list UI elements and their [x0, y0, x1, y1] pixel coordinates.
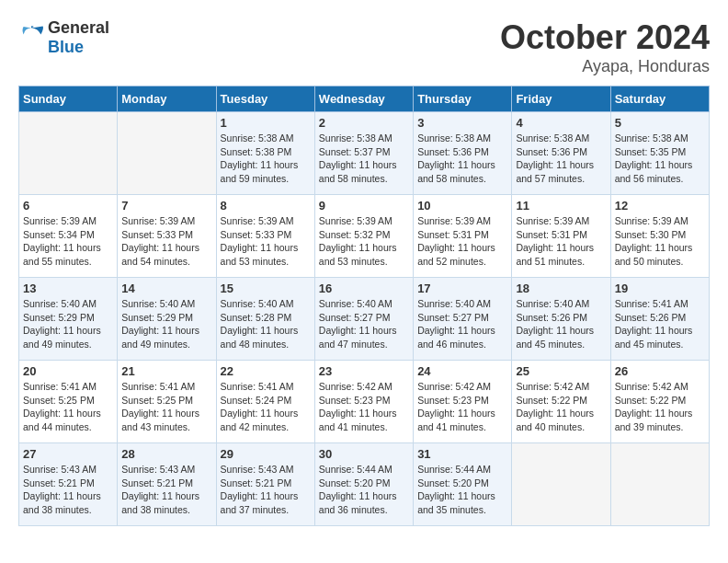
day-number: 29: [221, 447, 311, 461]
calendar-cell: [512, 443, 610, 526]
title-block: October 2024 Ayapa, Honduras: [500, 18, 710, 76]
weekday-header-tuesday: Tuesday: [216, 86, 314, 112]
calendar-week-row: 27Sunrise: 5:43 AMSunset: 5:21 PMDayligh…: [19, 443, 710, 526]
weekday-header-sunday: Sunday: [19, 86, 118, 112]
day-info: Sunrise: 5:38 AMSunset: 5:35 PMDaylight:…: [615, 132, 705, 186]
page-header: General Blue October 2024 Ayapa, Hondura…: [18, 18, 710, 76]
day-info: Sunrise: 5:41 AMSunset: 5:25 PMDaylight:…: [121, 380, 211, 434]
day-number: 1: [221, 116, 311, 130]
day-info: Sunrise: 5:43 AMSunset: 5:21 PMDaylight:…: [121, 463, 211, 517]
day-number: 3: [417, 116, 507, 130]
calendar-cell: 18Sunrise: 5:40 AMSunset: 5:26 PMDayligh…: [512, 278, 610, 361]
day-number: 6: [23, 199, 113, 213]
calendar-cell: 6Sunrise: 5:39 AMSunset: 5:34 PMDaylight…: [19, 195, 118, 278]
day-info: Sunrise: 5:39 AMSunset: 5:31 PMDaylight:…: [417, 214, 507, 269]
calendar-cell: 25Sunrise: 5:42 AMSunset: 5:22 PMDayligh…: [512, 361, 610, 443]
day-number: 16: [319, 282, 409, 295]
calendar-week-row: 20Sunrise: 5:41 AMSunset: 5:25 PMDayligh…: [19, 361, 710, 443]
calendar-cell: 13Sunrise: 5:40 AMSunset: 5:29 PMDayligh…: [19, 278, 118, 361]
calendar-cell: 24Sunrise: 5:42 AMSunset: 5:23 PMDayligh…: [414, 361, 512, 443]
day-info: Sunrise: 5:40 AMSunset: 5:29 PMDaylight:…: [23, 297, 113, 351]
calendar-cell: 29Sunrise: 5:43 AMSunset: 5:21 PMDayligh…: [216, 443, 314, 526]
weekday-header-monday: Monday: [118, 86, 216, 112]
calendar-table: SundayMondayTuesdayWednesdayThursdayFrid…: [18, 86, 710, 526]
weekday-header-thursday: Thursday: [414, 86, 512, 112]
day-number: 17: [417, 282, 507, 295]
day-number: 21: [121, 364, 211, 378]
calendar-week-row: 1Sunrise: 5:38 AMSunset: 5:38 PMDaylight…: [19, 112, 710, 195]
calendar-cell: [610, 443, 709, 526]
day-number: 19: [615, 282, 705, 295]
calendar-cell: 30Sunrise: 5:44 AMSunset: 5:20 PMDayligh…: [314, 443, 413, 526]
day-number: 18: [516, 282, 606, 295]
day-number: 12: [615, 199, 705, 213]
day-number: 2: [319, 116, 409, 130]
calendar-cell: 20Sunrise: 5:41 AMSunset: 5:25 PMDayligh…: [19, 361, 118, 443]
calendar-cell: 3Sunrise: 5:38 AMSunset: 5:36 PMDaylight…: [414, 112, 512, 195]
calendar-cell: 11Sunrise: 5:39 AMSunset: 5:31 PMDayligh…: [512, 195, 610, 278]
day-number: 7: [121, 199, 211, 213]
day-number: 24: [417, 364, 507, 378]
day-info: Sunrise: 5:40 AMSunset: 5:27 PMDaylight:…: [319, 297, 409, 351]
day-info: Sunrise: 5:44 AMSunset: 5:20 PMDaylight:…: [319, 463, 409, 517]
calendar-cell: 4Sunrise: 5:38 AMSunset: 5:36 PMDaylight…: [512, 112, 610, 195]
day-number: 15: [221, 282, 311, 295]
calendar-cell: 12Sunrise: 5:39 AMSunset: 5:30 PMDayligh…: [610, 195, 709, 278]
calendar-cell: 17Sunrise: 5:40 AMSunset: 5:27 PMDayligh…: [414, 278, 512, 361]
day-number: 22: [221, 364, 311, 378]
day-info: Sunrise: 5:40 AMSunset: 5:26 PMDaylight:…: [516, 297, 606, 351]
day-number: 31: [417, 447, 507, 461]
day-number: 11: [516, 199, 606, 213]
day-number: 25: [516, 364, 606, 378]
calendar-header-row: SundayMondayTuesdayWednesdayThursdayFrid…: [19, 86, 710, 112]
calendar-cell: 7Sunrise: 5:39 AMSunset: 5:33 PMDaylight…: [118, 195, 216, 278]
day-number: 14: [121, 282, 211, 295]
logo: General Blue: [18, 18, 109, 57]
day-info: Sunrise: 5:42 AMSunset: 5:22 PMDaylight:…: [615, 380, 705, 434]
location-title: Ayapa, Honduras: [500, 57, 710, 76]
day-info: Sunrise: 5:38 AMSunset: 5:37 PMDaylight:…: [319, 132, 409, 186]
day-info: Sunrise: 5:42 AMSunset: 5:23 PMDaylight:…: [417, 380, 507, 434]
day-info: Sunrise: 5:40 AMSunset: 5:29 PMDaylight:…: [121, 297, 211, 351]
calendar-cell: 27Sunrise: 5:43 AMSunset: 5:21 PMDayligh…: [19, 443, 118, 526]
calendar-cell: 1Sunrise: 5:38 AMSunset: 5:38 PMDaylight…: [216, 112, 314, 195]
weekday-header-saturday: Saturday: [610, 86, 709, 112]
calendar-cell: 28Sunrise: 5:43 AMSunset: 5:21 PMDayligh…: [118, 443, 216, 526]
day-number: 13: [23, 282, 113, 295]
day-info: Sunrise: 5:43 AMSunset: 5:21 PMDaylight:…: [221, 463, 311, 517]
day-info: Sunrise: 5:43 AMSunset: 5:21 PMDaylight:…: [23, 463, 113, 517]
calendar-cell: 21Sunrise: 5:41 AMSunset: 5:25 PMDayligh…: [118, 361, 216, 443]
calendar-cell: 14Sunrise: 5:40 AMSunset: 5:29 PMDayligh…: [118, 278, 216, 361]
logo-icon: [18, 25, 44, 51]
calendar-week-row: 6Sunrise: 5:39 AMSunset: 5:34 PMDaylight…: [19, 195, 710, 278]
calendar-cell: 26Sunrise: 5:42 AMSunset: 5:22 PMDayligh…: [610, 361, 709, 443]
day-number: 26: [615, 364, 705, 378]
calendar-week-row: 13Sunrise: 5:40 AMSunset: 5:29 PMDayligh…: [19, 278, 710, 361]
day-info: Sunrise: 5:39 AMSunset: 5:33 PMDaylight:…: [121, 214, 211, 269]
day-number: 28: [121, 447, 211, 461]
month-title: October 2024: [500, 18, 710, 57]
day-info: Sunrise: 5:39 AMSunset: 5:30 PMDaylight:…: [615, 214, 705, 269]
calendar-cell: 19Sunrise: 5:41 AMSunset: 5:26 PMDayligh…: [610, 278, 709, 361]
day-info: Sunrise: 5:38 AMSunset: 5:36 PMDaylight:…: [417, 132, 507, 186]
calendar-cell: 8Sunrise: 5:39 AMSunset: 5:33 PMDaylight…: [216, 195, 314, 278]
calendar-cell: 2Sunrise: 5:38 AMSunset: 5:37 PMDaylight…: [314, 112, 413, 195]
calendar-cell: 16Sunrise: 5:40 AMSunset: 5:27 PMDayligh…: [314, 278, 413, 361]
calendar-cell: 10Sunrise: 5:39 AMSunset: 5:31 PMDayligh…: [414, 195, 512, 278]
calendar-cell: 23Sunrise: 5:42 AMSunset: 5:23 PMDayligh…: [314, 361, 413, 443]
day-number: 10: [417, 199, 507, 213]
day-number: 9: [319, 199, 409, 213]
day-number: 23: [319, 364, 409, 378]
logo-general: General: [48, 18, 109, 37]
day-info: Sunrise: 5:41 AMSunset: 5:24 PMDaylight:…: [221, 380, 311, 434]
weekday-header-friday: Friday: [512, 86, 610, 112]
day-number: 8: [221, 199, 311, 213]
day-number: 20: [23, 364, 113, 378]
day-info: Sunrise: 5:38 AMSunset: 5:38 PMDaylight:…: [221, 132, 311, 186]
day-info: Sunrise: 5:41 AMSunset: 5:26 PMDaylight:…: [615, 297, 705, 351]
calendar-cell: 31Sunrise: 5:44 AMSunset: 5:20 PMDayligh…: [414, 443, 512, 526]
day-number: 5: [615, 116, 705, 130]
day-info: Sunrise: 5:38 AMSunset: 5:36 PMDaylight:…: [516, 132, 606, 186]
day-info: Sunrise: 5:42 AMSunset: 5:23 PMDaylight:…: [319, 380, 409, 434]
day-number: 27: [23, 447, 113, 461]
